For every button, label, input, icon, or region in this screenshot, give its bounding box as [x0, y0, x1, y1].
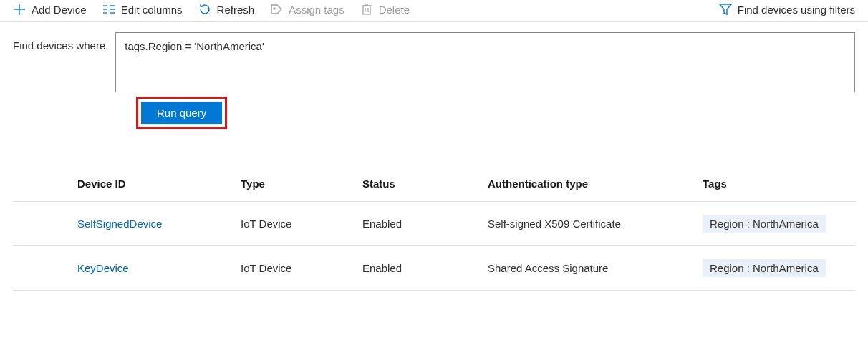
- tag-badge: Region : NorthAmerica: [703, 259, 826, 277]
- col-header-tags[interactable]: Tags: [697, 170, 855, 202]
- query-row: Find devices where tags.Region = 'NorthA…: [0, 22, 868, 97]
- col-header-device-id[interactable]: Device ID: [13, 170, 235, 202]
- find-devices-filters-button[interactable]: Find devices using filters: [719, 3, 855, 16]
- query-label: Find devices where: [13, 32, 105, 52]
- add-device-button[interactable]: Add Device: [13, 3, 87, 16]
- cell-status: Enabled: [357, 202, 482, 246]
- col-header-type[interactable]: Type: [235, 170, 357, 202]
- assign-tags-label: Assign tags: [289, 4, 344, 16]
- svg-point-8: [274, 8, 275, 9]
- add-device-label: Add Device: [32, 4, 87, 16]
- table-header-row: Device ID Type Status Authentication typ…: [13, 170, 855, 202]
- trash-icon: [360, 3, 373, 16]
- tag-icon: [270, 3, 283, 16]
- edit-columns-button[interactable]: Edit columns: [102, 3, 183, 16]
- delete-label: Delete: [379, 4, 410, 16]
- cell-type: IoT Device: [235, 202, 357, 246]
- col-header-status[interactable]: Status: [357, 170, 482, 202]
- plus-icon: [13, 3, 26, 16]
- run-query-button[interactable]: Run query: [141, 102, 222, 124]
- cell-status: Enabled: [357, 246, 482, 291]
- cell-auth: Self-signed X509 Certificate: [482, 202, 697, 246]
- filter-icon: [719, 3, 732, 16]
- table-row: KeyDevice IoT Device Enabled Shared Acce…: [13, 246, 855, 291]
- query-input[interactable]: tags.Region = 'NorthAmerica': [115, 32, 855, 92]
- table-row: SelfSignedDevice IoT Device Enabled Self…: [13, 202, 855, 246]
- run-row: Run query: [0, 97, 868, 142]
- find-devices-filters-label: Find devices using filters: [738, 4, 855, 16]
- toolbar: Add Device Edit columns Refresh Assign t…: [0, 0, 868, 22]
- tag-badge: Region : NorthAmerica: [703, 215, 826, 233]
- delete-button: Delete: [360, 3, 410, 16]
- edit-columns-label: Edit columns: [121, 4, 183, 16]
- refresh-icon: [198, 3, 211, 16]
- refresh-button[interactable]: Refresh: [198, 3, 255, 16]
- svg-marker-14: [720, 4, 731, 14]
- device-id-link[interactable]: SelfSignedDevice: [77, 218, 162, 230]
- cell-type: IoT Device: [235, 246, 357, 291]
- assign-tags-button: Assign tags: [270, 3, 344, 16]
- svg-rect-9: [363, 6, 370, 14]
- devices-table-wrap: Device ID Type Status Authentication typ…: [0, 142, 868, 291]
- col-header-auth[interactable]: Authentication type: [482, 170, 697, 202]
- devices-table: Device ID Type Status Authentication typ…: [13, 170, 855, 291]
- run-query-highlight: Run query: [136, 97, 227, 129]
- refresh-label: Refresh: [217, 4, 255, 16]
- columns-icon: [102, 3, 115, 16]
- device-id-link[interactable]: KeyDevice: [77, 262, 129, 274]
- cell-auth: Shared Access Signature: [482, 246, 697, 291]
